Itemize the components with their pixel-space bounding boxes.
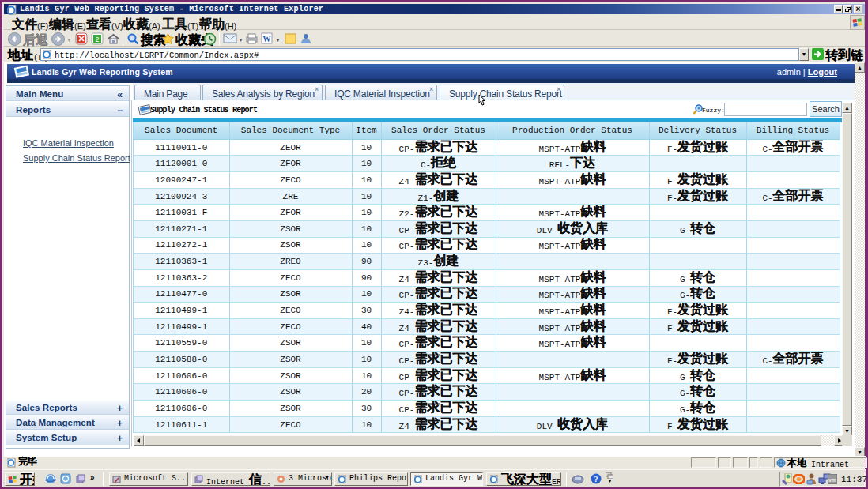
svg-text:W: W xyxy=(263,35,271,43)
svg-text:2: 2 xyxy=(95,36,99,43)
svg-text:vm: vm xyxy=(828,477,836,483)
svg-text:?: ? xyxy=(594,475,598,483)
